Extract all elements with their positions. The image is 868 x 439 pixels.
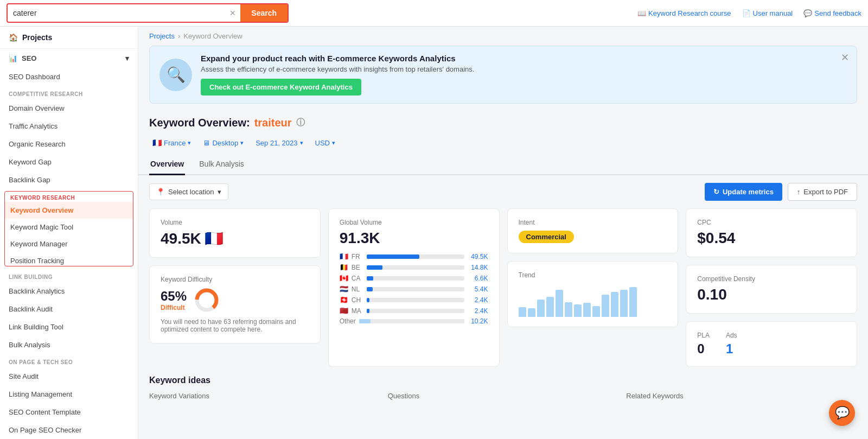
desktop-icon: 🖥	[203, 139, 210, 147]
competitive-research-label: COMPETITIVE RESEARCH	[0, 86, 138, 99]
trend-bar	[629, 287, 637, 317]
search-input[interactable]	[8, 5, 225, 21]
donut-chart	[193, 287, 220, 314]
home-icon: 🏠	[9, 33, 18, 42]
pla-ads-row: PLA 0 Ads 1	[697, 332, 846, 357]
pla-ads-card: PLA 0 Ads 1	[686, 321, 857, 367]
sidebar-item-seo-dashboard[interactable]: SEO Dashboard	[0, 68, 138, 86]
banner-close-icon[interactable]: ✕	[841, 52, 849, 63]
country-flag-icon: 🇨🇭	[340, 296, 348, 304]
sidebar-item-site-audit[interactable]: Site Audit	[0, 367, 138, 385]
link-building-label: LINK BUILDING	[0, 269, 138, 282]
info-icon[interactable]: ⓘ	[296, 117, 305, 129]
sidebar-seo-header[interactable]: 📊 SEO ▾	[0, 49, 138, 68]
breadcrumb-current: Keyword Overview	[183, 32, 242, 40]
export-pdf-button[interactable]: ↑ Export to PDF	[788, 183, 857, 201]
banner-icon: 🔍	[159, 59, 192, 91]
sidebar-item-listing-management[interactable]: Listing Management	[0, 385, 138, 403]
device-chevron-icon: ▾	[240, 139, 244, 147]
questions-col: Questions	[388, 392, 619, 400]
sidebar-item-domain-overview[interactable]: Domain Overview	[0, 99, 138, 117]
sidebar-item-organic-research[interactable]: Organic Research	[0, 135, 138, 153]
device-filter[interactable]: 🖥 Desktop ▾	[200, 137, 247, 149]
france-flag-icon: 🇫🇷	[152, 138, 162, 147]
trend-bar	[602, 295, 609, 317]
sidebar-item-bulk-analysis[interactable]: Bulk Analysis	[0, 336, 138, 354]
ads-section: Ads 1	[726, 332, 737, 357]
pla-label: PLA	[697, 332, 710, 339]
location-select[interactable]: 📍 Select location ▾	[149, 183, 228, 200]
country-flag-icon: 🇳🇱	[340, 285, 348, 293]
kw-filters: 🇫🇷 France ▾ 🖥 Desktop ▾ Sep 21, 2023 ▾ U…	[138, 132, 868, 153]
breadcrumb: Projects › Keyword Overview	[138, 27, 868, 46]
keyword-ideas-title: Keyword ideas	[149, 376, 857, 385]
sidebar-item-keyword-overview[interactable]: Keyword Overview	[5, 202, 133, 219]
top-bar: ✕ Search 📖 Keyword Research course 📄 Use…	[0, 0, 868, 27]
projects-label: Projects	[22, 33, 52, 42]
related-keywords-col: Related Keywords	[626, 392, 857, 400]
kw-title: Keyword Overview: traiteur ⓘ	[149, 117, 857, 129]
update-metrics-button[interactable]: ↻ Update metrics	[705, 183, 782, 201]
seo-label: SEO	[22, 54, 36, 62]
keyword-research-course-link[interactable]: 📖 Keyword Research course	[637, 9, 731, 17]
kw-prefix: Keyword Overview:	[149, 117, 250, 129]
volume-label: Volume	[161, 219, 309, 226]
currency-filter[interactable]: USD ▾	[312, 137, 339, 149]
sidebar-item-position-tracking[interactable]: Position Tracking	[5, 252, 133, 266]
search-button[interactable]: Search	[240, 4, 288, 22]
sidebar-item-keyword-magic-tool[interactable]: Keyword Magic Tool	[5, 219, 133, 236]
clear-icon[interactable]: ✕	[225, 7, 240, 20]
trend-chart	[519, 284, 667, 317]
chat-icon: 💬	[835, 406, 850, 420]
keyword-ideas-section: Keyword ideas Keyword Variations Questio…	[138, 376, 868, 409]
sidebar-item-traffic-analytics[interactable]: Traffic Analytics	[0, 117, 138, 135]
trend-card: Trend	[507, 261, 679, 327]
kd-label: Keyword Difficulty	[161, 276, 309, 283]
seo-icon: 📊	[9, 54, 17, 62]
tabs: Overview Bulk Analysis	[138, 153, 868, 175]
tab-overview[interactable]: Overview	[149, 155, 185, 175]
breadcrumb-projects[interactable]: Projects	[149, 32, 175, 40]
sidebar-projects-header[interactable]: 🏠 Projects	[0, 27, 138, 49]
breadcrumb-separator: ›	[178, 32, 180, 40]
gv-country-row: 🇳🇱 NL 5.4K	[340, 285, 488, 293]
sidebar-item-backlink-gap[interactable]: Backlink Gap	[0, 171, 138, 189]
metrics-cards: Volume 49.5K 🇫🇷 Keyword Difficulty 65% D…	[138, 208, 868, 376]
sidebar-item-backlink-analytics[interactable]: Backlink Analytics	[0, 282, 138, 300]
trend-bar	[620, 290, 628, 317]
global-volume-card: Global Volume 91.3K 🇫🇷 FR 49.5K 🇧🇪 BE 14…	[328, 208, 500, 367]
trend-bar	[519, 307, 526, 317]
country-chevron-icon: ▾	[188, 139, 191, 147]
trend-bar	[611, 292, 618, 317]
country-filter[interactable]: 🇫🇷 France ▾	[149, 137, 194, 149]
keyword-overview-header: Keyword Overview: traiteur ⓘ	[138, 112, 868, 132]
cpc-label: CPC	[697, 219, 846, 226]
tab-bulk-analysis[interactable]: Bulk Analysis	[198, 155, 245, 175]
sidebar-item-backlink-audit[interactable]: Backlink Audit	[0, 300, 138, 318]
country-flag-icon: 🇲🇦	[340, 307, 348, 315]
banner-cta-button[interactable]: Check out E-commerce Keyword Analytics	[201, 79, 361, 96]
country-flag-icon: 🇨🇦	[340, 274, 348, 282]
keyword-difficulty-card: Keyword Difficulty 65% Difficult	[149, 265, 321, 343]
banner-title: Expand your product reach with E-commerc…	[201, 54, 847, 63]
gv-label: Global Volume	[340, 219, 488, 226]
sidebar-item-link-building-tool[interactable]: Link Building Tool	[0, 318, 138, 336]
manual-icon: 📄	[742, 9, 751, 17]
cpc-card: CPC $0.54	[686, 208, 857, 257]
chat-fab[interactable]: 💬	[829, 400, 855, 426]
sidebar-item-on-page-seo-checker[interactable]: On Page SEO Checker	[0, 421, 138, 439]
date-chevron-icon: ▾	[300, 139, 303, 147]
sidebar-item-keyword-manager[interactable]: Keyword Manager	[5, 236, 133, 252]
cd-value: 0.10	[697, 286, 846, 303]
search-box: ✕ Search	[7, 3, 289, 23]
date-filter[interactable]: Sep 21, 2023 ▾	[252, 137, 306, 149]
send-feedback-link[interactable]: 💬 Send feedback	[803, 9, 861, 17]
trend-bar	[565, 302, 572, 317]
sidebar-item-seo-content-template[interactable]: SEO Content Template	[0, 403, 138, 421]
user-manual-link[interactable]: 📄 User manual	[742, 9, 793, 17]
trend-bar	[556, 290, 563, 317]
kd-note: You will need to have 63 referring domai…	[161, 318, 309, 333]
trend-bar	[592, 306, 600, 317]
kd-value: 65%	[161, 289, 187, 304]
sidebar-item-keyword-gap[interactable]: Keyword Gap	[0, 153, 138, 171]
